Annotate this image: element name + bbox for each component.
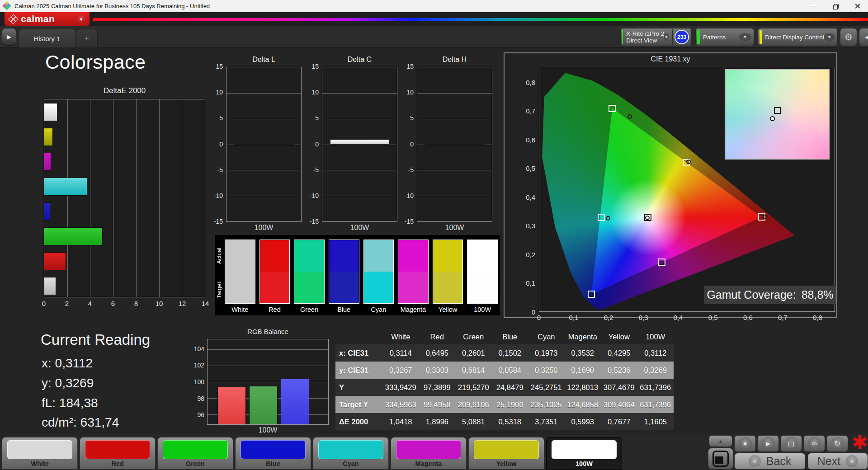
pattern-swatch bbox=[163, 440, 228, 459]
column-header: Green bbox=[455, 333, 492, 341]
target-swatch bbox=[398, 272, 429, 304]
calman-menu-button[interactable]: calman ▼ bbox=[5, 12, 90, 26]
minimize-icon bbox=[811, 6, 816, 6]
table-cell: 0,1690 bbox=[565, 366, 601, 375]
chart-title: Delta L bbox=[226, 56, 302, 64]
cyan-target bbox=[598, 214, 605, 221]
window-layout-button[interactable] bbox=[708, 448, 733, 470]
table-cell: 0,4295 bbox=[601, 349, 637, 357]
table-cell: 0,2601 bbox=[455, 349, 492, 357]
pattern-button-blue[interactable]: Blue bbox=[235, 437, 311, 470]
pattern-button-white[interactable]: White bbox=[2, 437, 78, 470]
display-control-dropdown[interactable]: Direct Display Control ▼ bbox=[758, 28, 838, 46]
pattern-label: Red bbox=[80, 460, 155, 467]
layout-icon bbox=[712, 451, 729, 467]
stop-button[interactable]: ■ bbox=[734, 435, 756, 452]
row-label: Y bbox=[335, 383, 382, 392]
table-row: Y333,942997,3899219,527024,8479245,27511… bbox=[335, 379, 674, 396]
tab-bar: ▶ History 1 + X-Rite i1Pro 2Direct View … bbox=[0, 26, 868, 47]
pattern-button-green[interactable]: Green bbox=[157, 437, 233, 470]
y-axis-ticks: 151050-5-10-15 bbox=[302, 67, 320, 222]
table-cell: 0,5236 bbox=[601, 366, 637, 375]
table-cell: 122,8013 bbox=[565, 383, 601, 392]
white-measured-marker bbox=[770, 116, 775, 121]
rgb-balance-chart bbox=[207, 339, 329, 425]
stop-icon: ■ bbox=[739, 437, 752, 450]
deltae-bar-magenta bbox=[44, 153, 51, 171]
gridline bbox=[113, 99, 113, 297]
refresh-button[interactable]: ↻ bbox=[826, 435, 848, 452]
expand-panel-button[interactable]: ▲ bbox=[709, 435, 732, 447]
meter-dropdown[interactable]: X-Rite i1Pro 2Direct View ▼ 233 bbox=[620, 28, 692, 46]
table-cell: 0,3112 bbox=[637, 349, 674, 357]
minimize-button[interactable] bbox=[803, 0, 825, 12]
table-cell: 0,3267 bbox=[382, 366, 419, 375]
rgb-bar-red bbox=[217, 387, 246, 424]
pattern-button-magenta[interactable]: Magenta bbox=[391, 437, 467, 470]
next-button[interactable]: Next » bbox=[807, 453, 868, 470]
table-cell: 631,7396 bbox=[637, 400, 674, 409]
table-row: x: CIE310,31140,64950,26010,15020,19730,… bbox=[335, 344, 674, 362]
meter-count-badge[interactable]: 233 bbox=[675, 30, 689, 44]
transport-controls: ■▶[··]∞↻ bbox=[734, 435, 848, 452]
settings-button[interactable]: ⚙ bbox=[840, 28, 857, 46]
x-axis-label: 100W bbox=[417, 224, 492, 232]
actual-target-swatch-panel: Actual Target WhiteRedGreenBlueCyanMagen… bbox=[215, 235, 500, 315]
swatch-column-100w: 100W bbox=[467, 240, 498, 315]
title-bar: Calman 2025 Calman Ultimate for Business… bbox=[0, 0, 868, 12]
close-button[interactable] bbox=[846, 0, 868, 12]
actual-swatch bbox=[467, 240, 498, 272]
gamut-coverage-value: 88,8% bbox=[802, 288, 834, 301]
table-cell: 0,3269 bbox=[637, 366, 674, 375]
main-content: Colorspace DeltaE 2000 02468101214 Delta… bbox=[0, 47, 868, 434]
play-button[interactable]: ▶ bbox=[757, 435, 779, 452]
spectrum-gradient-bar bbox=[93, 18, 868, 21]
table-cell: 219,5270 bbox=[455, 383, 492, 392]
back-button[interactable]: « Back bbox=[734, 453, 806, 470]
history-panel-toggle-button[interactable]: ▶ bbox=[2, 28, 16, 46]
column-header: White bbox=[382, 333, 419, 341]
chart-title: Delta H bbox=[417, 56, 492, 64]
pattern-button-cyan[interactable]: Cyan bbox=[313, 437, 389, 470]
table-cell: 0,1502 bbox=[492, 349, 528, 357]
reading-x: x: 0,3112 bbox=[42, 356, 93, 371]
reading-y: y: 0,3269 bbox=[42, 376, 94, 390]
zero-bar bbox=[234, 145, 294, 146]
loop-button[interactable]: ∞ bbox=[803, 435, 825, 452]
delta-l-chart: Delta L 151050-5-10-15 100W bbox=[206, 56, 302, 236]
chevron-down-icon: ▼ bbox=[664, 33, 668, 41]
table-cell: 1,1605 bbox=[637, 418, 674, 426]
chevron-down-icon: ▼ bbox=[739, 33, 751, 41]
target-swatch bbox=[329, 272, 359, 304]
chevron-down-icon: ▼ bbox=[824, 33, 835, 41]
swatch-label: White bbox=[225, 304, 255, 315]
y-axis-ticks: 151050-5-10-15 bbox=[396, 67, 415, 222]
table-cell: 5,0881 bbox=[455, 418, 492, 426]
white-target-marker bbox=[774, 107, 781, 114]
pattern-button-yellow[interactable]: Yellow bbox=[468, 437, 544, 470]
patterns-dropdown[interactable]: Patterns ▼ bbox=[695, 28, 754, 46]
actual-swatch bbox=[225, 240, 255, 272]
add-tab-button[interactable]: + bbox=[76, 29, 98, 47]
gridline bbox=[226, 196, 301, 196]
row-label: Target Y bbox=[335, 400, 382, 409]
calman-menu-chevron[interactable]: ▼ bbox=[76, 14, 86, 24]
range-button[interactable]: [··] bbox=[780, 435, 802, 452]
chart-plot bbox=[226, 67, 302, 222]
x-axis-label: 100W bbox=[226, 224, 302, 232]
target-row-label: Target bbox=[216, 274, 225, 306]
meter-status-stripe bbox=[622, 30, 623, 44]
table-cell: 0,6495 bbox=[419, 349, 456, 357]
chevron-double-left-icon: « bbox=[749, 455, 761, 467]
bottom-bar: WhiteRedGreenBlueCyanMagentaYellow100W ▲… bbox=[0, 434, 868, 470]
pattern-button-red[interactable]: Red bbox=[80, 437, 156, 470]
current-reading-title: Current Reading bbox=[41, 331, 150, 348]
swatch-column-blue: Blue bbox=[329, 240, 359, 315]
collapse-panel-button[interactable]: ◀ bbox=[859, 28, 868, 46]
x-axis-label: 100W bbox=[322, 224, 397, 232]
pattern-button-100w[interactable]: 100W bbox=[546, 437, 622, 470]
restore-button[interactable] bbox=[825, 0, 846, 12]
gridline bbox=[417, 119, 492, 119]
tab-history-1[interactable]: History 1 bbox=[18, 29, 76, 47]
table-cell: 0,0584 bbox=[492, 366, 528, 375]
